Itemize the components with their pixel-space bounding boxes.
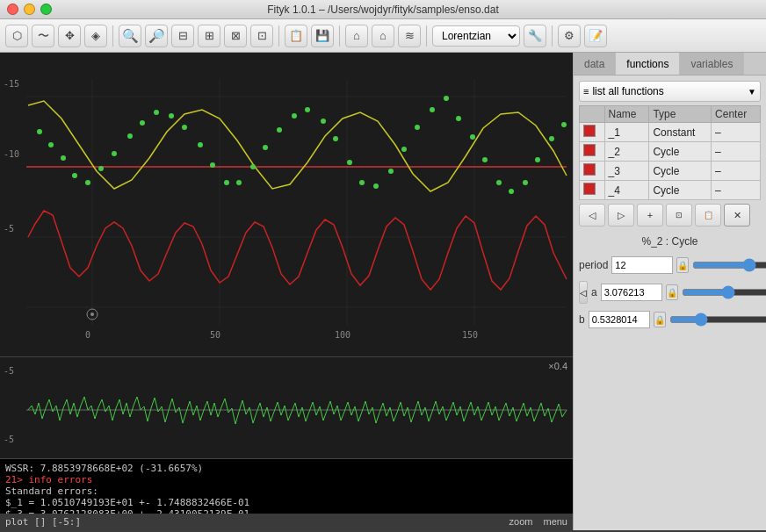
svg-point-26 <box>210 162 215 168</box>
console-line-3: Standard errors: <box>5 485 567 497</box>
function-row[interactable]: _3 Cycle – <box>580 162 761 181</box>
plot-range-label: plot [] [-5:] <box>5 516 81 528</box>
zoom-tool-button[interactable]: 〜 <box>32 25 54 47</box>
lower-plot[interactable]: ×0.4 -5 -5 <box>0 357 573 459</box>
func-center-cell: – <box>712 181 761 200</box>
peak-right-button[interactable]: ▷ <box>608 204 634 226</box>
col-header-name-text: Name <box>604 106 649 123</box>
svg-point-33 <box>305 107 310 112</box>
func-type-cell: Cycle <box>649 142 712 162</box>
svg-point-25 <box>198 142 203 147</box>
zoom-in-button[interactable]: 🔍 <box>119 25 141 47</box>
svg-text:100: 100 <box>335 330 350 340</box>
svg-point-44 <box>456 116 461 121</box>
function-row[interactable]: _1 Constant – <box>580 123 761 142</box>
toolbar-separator-3 <box>339 25 340 47</box>
svg-point-37 <box>359 180 365 185</box>
svg-point-21 <box>140 120 145 126</box>
script-button[interactable]: 📝 <box>584 25 607 47</box>
svg-point-42 <box>430 107 435 112</box>
function-row[interactable]: _2 Cycle – <box>580 142 761 162</box>
fit-button[interactable]: ≋ <box>398 25 421 47</box>
delete-func-button[interactable]: ✕ <box>724 204 750 226</box>
svg-point-38 <box>373 183 379 189</box>
lower-plot-svg <box>0 357 573 459</box>
peak-remove-button[interactable]: ⌂ <box>372 25 394 47</box>
main-area: -15 -10 -5 0 50 100 150 <box>0 53 766 530</box>
svg-text:50: 50 <box>210 330 220 340</box>
param-a-slider[interactable] <box>682 285 766 299</box>
console-line-2: 21> info errors <box>5 474 567 485</box>
param-b-input[interactable] <box>589 311 650 328</box>
svg-point-35 <box>333 136 338 141</box>
svg-point-19 <box>112 151 117 156</box>
zoom-fit-button[interactable]: ⊞ <box>198 25 220 47</box>
peak-left-button[interactable]: ◁ <box>579 204 605 226</box>
param-a-lock[interactable]: 🔒 <box>666 284 678 300</box>
svg-point-20 <box>127 133 133 139</box>
functions-panel: ≡ list all functions ▼ Name Type Center … <box>574 75 766 530</box>
dropdown-icon: ≡ <box>583 86 589 97</box>
param-b-slider[interactable] <box>669 313 766 327</box>
move-tool-button[interactable]: ✥ <box>58 25 81 47</box>
maximize-button[interactable] <box>40 4 52 15</box>
cursor-tool-button[interactable]: ⬡ <box>5 25 28 47</box>
param-period-lock[interactable]: 🔒 <box>676 257 689 273</box>
svg-point-43 <box>444 96 449 101</box>
param-period-label: period <box>579 259 608 271</box>
tab-functions[interactable]: functions <box>616 53 680 75</box>
zoom-label[interactable]: zoom <box>509 516 533 527</box>
param-period-slider[interactable] <box>692 258 766 272</box>
tab-functions-label: functions <box>626 58 668 70</box>
data-save-button[interactable]: 💾 <box>311 25 334 47</box>
func-color-cell <box>580 162 605 181</box>
window-controls[interactable] <box>7 4 52 15</box>
upper-plot-svg: 0 50 100 150 <box>0 53 573 357</box>
zoom-next-button[interactable]: ⊡ <box>250 25 273 47</box>
param-row-period: period 🔒 <box>579 256 761 274</box>
svg-point-34 <box>321 119 326 124</box>
param-b-lock[interactable]: 🔒 <box>654 312 666 327</box>
close-button[interactable] <box>7 4 18 15</box>
param-a-input[interactable] <box>601 284 662 301</box>
statusbar: plot [] [-5:] zoom menu <box>0 514 573 530</box>
param-a-label: a <box>591 286 597 298</box>
svg-point-48 <box>509 189 514 194</box>
svg-point-16 <box>72 173 77 178</box>
svg-point-45 <box>470 134 475 140</box>
param-row-b: b 🔒 <box>579 311 761 328</box>
toolbar: ⬡ 〜 ✥ ◈ 🔍 🔎 ⊟ ⊞ ⊠ ⊡ 📋 💾 ⌂ ⌂ ≋ Lorentzian… <box>0 19 766 53</box>
fit-settings-button[interactable]: 🔧 <box>524 25 546 47</box>
svg-text:150: 150 <box>462 330 478 340</box>
func-name-cell: _4 <box>604 181 649 200</box>
func-color-cell <box>580 123 605 142</box>
window-title: Fityk 1.0.1 – /Users/wojdyr/fityk/sample… <box>267 4 498 16</box>
select-tool-button[interactable]: ◈ <box>84 25 107 47</box>
param-period-input[interactable] <box>611 256 673 274</box>
zoom-out-button[interactable]: 🔎 <box>145 25 168 47</box>
tab-data[interactable]: data <box>574 53 616 75</box>
peak-add-button[interactable]: ⌂ <box>345 25 368 47</box>
toolbar-separator-4 <box>426 25 427 47</box>
function-row[interactable]: _4 Cycle – <box>580 181 761 200</box>
list-functions-dropdown[interactable]: ≡ list all functions ▼ <box>579 81 761 102</box>
zoom-prev-button[interactable]: ⊠ <box>224 25 247 47</box>
param-a-left-arrow[interactable]: ◁ <box>579 281 588 304</box>
fit-area-button[interactable]: ⊡ <box>666 204 692 226</box>
zoom-reset-button[interactable]: ⊟ <box>171 25 194 47</box>
func-color-cell <box>580 181 605 200</box>
menu-label[interactable]: menu <box>543 516 567 527</box>
upper-plot[interactable]: -15 -10 -5 0 50 100 150 <box>0 53 573 357</box>
settings-button[interactable]: ⚙ <box>558 25 581 47</box>
toolbar-separator-2 <box>278 25 279 47</box>
svg-point-17 <box>85 180 90 185</box>
minimize-button[interactable] <box>24 4 35 15</box>
copy-func-button[interactable]: 📋 <box>695 204 721 226</box>
func-name-cell: _2 <box>604 142 649 162</box>
add-func-button[interactable]: + <box>637 204 663 226</box>
data-load-button[interactable]: 📋 <box>285 25 307 47</box>
console-area[interactable]: WSSR: 7.8853978668E+02 (-31.6657%) 21> i… <box>0 459 573 514</box>
tab-variables[interactable]: variables <box>680 53 744 75</box>
function-type-dropdown[interactable]: Lorentzian Gaussian Voigt Pearson7 <box>432 25 520 47</box>
toolbar-separator-5 <box>552 25 553 47</box>
